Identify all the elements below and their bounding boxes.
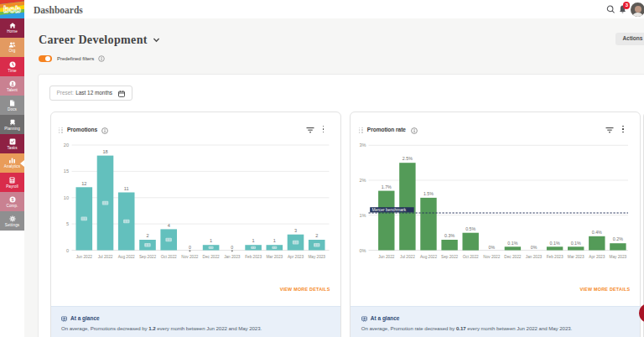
svg-text:1.5%: 1.5%	[423, 191, 434, 196]
svg-text:Oct 2022: Oct 2022	[160, 255, 176, 259]
svg-text:4: 4	[167, 223, 169, 228]
svg-text:3: 3	[625, 3, 628, 8]
svg-text:0%: 0%	[360, 248, 366, 253]
svg-text:Jul 2022: Jul 2022	[97, 255, 112, 259]
svg-text:2: 2	[146, 233, 148, 238]
svg-text:May 2023: May 2023	[610, 255, 627, 259]
svg-text:bob: bob	[3, 4, 21, 14]
svg-text:12: 12	[81, 181, 86, 186]
svg-text:0%: 0%	[531, 245, 538, 250]
svg-text:Mar 2023: Mar 2023	[266, 255, 283, 259]
svg-text:Apr 2023: Apr 2023	[589, 255, 605, 259]
svg-text:Jun 2022: Jun 2022	[378, 255, 395, 259]
svg-text:1%: 1%	[360, 213, 366, 218]
svg-text:1.7%: 1.7%	[382, 184, 392, 189]
svg-text:0: 0	[65, 248, 68, 253]
svg-text:Mar 2023: Mar 2023	[568, 255, 584, 259]
svg-text:Oct 2022: Oct 2022	[463, 255, 479, 259]
svg-text:18: 18	[102, 149, 107, 154]
svg-text:10: 10	[63, 195, 68, 200]
svg-text:0.2%: 0.2%	[613, 236, 623, 241]
svg-text:20: 20	[63, 143, 68, 148]
svg-text:1: 1	[273, 238, 275, 243]
svg-text:$: $	[11, 197, 13, 202]
svg-text:May 2023: May 2023	[308, 255, 325, 259]
svg-text:Sep 2022: Sep 2022	[138, 255, 155, 259]
svg-text:Feb 2023: Feb 2023	[547, 255, 564, 259]
svg-text:1: 1	[210, 238, 212, 243]
svg-text:Nov 2022: Nov 2022	[181, 255, 198, 259]
svg-text:0.3%: 0.3%	[444, 233, 454, 238]
svg-text:Mercer benchmark: Mercer benchmark	[372, 208, 407, 212]
svg-text:Sep 2022: Sep 2022	[441, 255, 458, 259]
svg-text:2%: 2%	[360, 178, 366, 183]
svg-text:11: 11	[123, 186, 128, 191]
svg-text:0.1%: 0.1%	[508, 241, 518, 246]
svg-text:0: 0	[231, 245, 233, 250]
svg-text:0.1%: 0.1%	[571, 241, 581, 246]
svg-text:1: 1	[252, 238, 254, 243]
svg-text:5: 5	[65, 221, 68, 226]
svg-text:3%: 3%	[360, 143, 366, 148]
svg-text:Jan 2023: Jan 2023	[224, 255, 241, 259]
svg-text:2: 2	[315, 233, 318, 238]
svg-text:0.4%: 0.4%	[592, 230, 602, 235]
svg-text:0.5%: 0.5%	[465, 226, 475, 231]
svg-text:Jun 2022: Jun 2022	[75, 255, 92, 259]
svg-text:Aug 2022: Aug 2022	[420, 255, 437, 259]
svg-text:0: 0	[188, 245, 190, 250]
svg-text:Jan 2023: Jan 2023	[526, 255, 543, 259]
svg-text:15: 15	[63, 168, 68, 174]
svg-text:0%: 0%	[489, 245, 496, 250]
svg-text:2.5%: 2.5%	[402, 156, 413, 161]
svg-text:Jul 2022: Jul 2022	[400, 255, 415, 259]
svg-text:Nov 2022: Nov 2022	[484, 255, 501, 259]
svg-text:Dec 2022: Dec 2022	[202, 255, 219, 259]
svg-text:Dec 2022: Dec 2022	[505, 255, 522, 259]
svg-text:0.1%: 0.1%	[550, 241, 560, 246]
svg-text:3: 3	[293, 228, 296, 233]
svg-text:Aug 2022: Aug 2022	[117, 255, 134, 259]
svg-text:Feb 2023: Feb 2023	[245, 255, 262, 259]
svg-text:Apr 2023: Apr 2023	[287, 255, 303, 259]
